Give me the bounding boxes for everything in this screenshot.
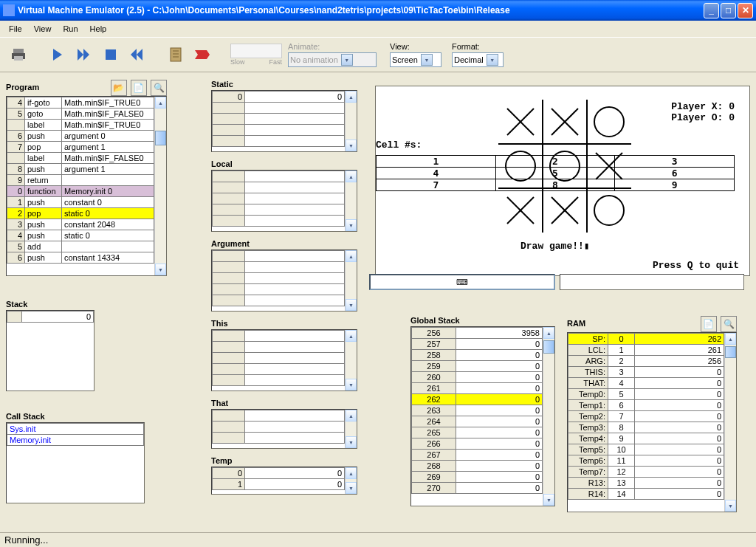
print-icon[interactable] bbox=[9, 44, 30, 65]
cell-legend: Cell #s: 123456789 bbox=[376, 140, 735, 191]
fast-forward-icon[interactable] bbox=[74, 44, 94, 65]
ram-scrollbar[interactable]: ▲▼ bbox=[724, 333, 736, 512]
program-table[interactable]: 4if-gotoMath.min$IF_TRUE05gotoMath.min$I… bbox=[7, 97, 154, 264]
screen-output: Player X: 0 Player O: 0 Cell #s: 1234567… bbox=[375, 86, 750, 276]
svg-rect-9 bbox=[171, 48, 181, 61]
keyboard-icon: ⌨ bbox=[456, 278, 468, 287]
quit-msg: Press Q to quit bbox=[653, 260, 739, 271]
ram-panel: RAM 📄 🔍 SP:0262LCL:1261ARG:2256THIS:30TH… bbox=[567, 316, 737, 512]
svg-rect-6 bbox=[106, 49, 116, 60]
svg-marker-7 bbox=[131, 49, 137, 61]
chevron-down-icon: ▼ bbox=[487, 54, 498, 66]
stack-panel: Stack 0 bbox=[6, 300, 94, 391]
player-x-score: Player X: 0 bbox=[671, 101, 735, 112]
stack-title: Stack bbox=[6, 300, 94, 309]
score-text: Player X: 0 Player O: 0 bbox=[671, 101, 735, 123]
callstack-title: Call Stack bbox=[6, 412, 145, 421]
toolbar: SlowFast Animate: No animation▼ View: Sc… bbox=[0, 37, 756, 72]
breakpoint-icon[interactable] bbox=[192, 44, 213, 65]
view-combo[interactable]: Screen▼ bbox=[390, 52, 441, 67]
fast-label: Fast bbox=[269, 58, 282, 66]
callstack-panel: Call Stack Sys.initMemory.init bbox=[6, 412, 145, 503]
keyboard-display bbox=[560, 274, 744, 290]
status-bar: Running... bbox=[0, 532, 756, 547]
ram-new-icon[interactable]: 📄 bbox=[701, 316, 717, 332]
globalstack-table[interactable]: 2563958257025802590260026102620263026402… bbox=[411, 327, 543, 494]
app-icon bbox=[3, 4, 15, 16]
svg-marker-8 bbox=[137, 49, 142, 61]
maximize-button[interactable]: □ bbox=[721, 3, 736, 18]
svg-marker-3 bbox=[53, 49, 62, 61]
svg-point-22 bbox=[594, 107, 624, 137]
minimize-button[interactable]: _ bbox=[704, 3, 719, 18]
program-table-wrap: 4if-gotoMath.min$IF_TRUE05gotoMath.min$I… bbox=[6, 96, 167, 276]
menu-file[interactable]: File bbox=[3, 23, 28, 35]
window-buttons: _ □ ✕ bbox=[704, 3, 753, 18]
menubar: File View Run Help bbox=[0, 21, 756, 37]
game-msg: Draw game!!▮ bbox=[520, 240, 590, 252]
titlebar: Virtual Machine Emulator (2.5) - C:\John… bbox=[0, 0, 756, 21]
segments-column: Static00▲▼Local▲▼Argument▲▼This▲▼That▲▼T… bbox=[211, 80, 357, 502]
open-folder-icon[interactable]: 📂 bbox=[111, 80, 127, 96]
stack-table[interactable]: 0 bbox=[7, 311, 94, 323]
step-icon[interactable] bbox=[47, 44, 68, 65]
callstack-table[interactable]: Sys.initMemory.init bbox=[7, 423, 144, 446]
svg-point-31 bbox=[594, 196, 624, 225]
program-scrollbar[interactable]: ▲▼ bbox=[154, 97, 166, 275]
globalstack-title: Global Stack bbox=[410, 316, 555, 325]
slow-label: Slow bbox=[230, 58, 245, 66]
animate-combo[interactable]: No animation▼ bbox=[288, 52, 377, 67]
rewind-icon[interactable] bbox=[127, 44, 148, 65]
speed-slider[interactable] bbox=[230, 44, 282, 58]
format-combo[interactable]: Decimal▼ bbox=[452, 52, 504, 67]
player-o-score: Player O: 0 bbox=[671, 112, 735, 123]
animate-label: Animate: bbox=[288, 42, 377, 51]
menu-help[interactable]: Help bbox=[84, 23, 113, 35]
ram-search-icon[interactable]: 🔍 bbox=[721, 316, 737, 332]
ram-table[interactable]: SP:0262LCL:1261ARG:2256THIS:30THAT:40Tem… bbox=[568, 333, 724, 500]
keyboard-input-box[interactable]: ⌨ bbox=[369, 274, 555, 290]
svg-marker-4 bbox=[78, 49, 83, 61]
chevron-down-icon: ▼ bbox=[421, 54, 433, 66]
content: Program 📂 📄 🔍 4if-gotoMath.min$IF_TRUE05… bbox=[0, 72, 756, 545]
ram-title: RAM bbox=[567, 319, 585, 328]
chevron-down-icon: ▼ bbox=[341, 54, 353, 66]
script-icon[interactable] bbox=[165, 44, 186, 65]
new-file-icon[interactable]: 📄 bbox=[131, 80, 147, 96]
menu-view[interactable]: View bbox=[28, 23, 58, 35]
format-label: Format: bbox=[452, 42, 504, 51]
svg-marker-13 bbox=[195, 50, 210, 59]
svg-rect-0 bbox=[13, 49, 24, 53]
keyboard-area: ⌨ bbox=[369, 273, 744, 291]
view-label: View: bbox=[390, 42, 441, 51]
menu-run[interactable]: Run bbox=[57, 23, 83, 35]
close-button[interactable]: ✕ bbox=[738, 3, 753, 18]
program-panel: Program 📂 📄 🔍 4if-gotoMath.min$IF_TRUE05… bbox=[6, 80, 167, 276]
titlebar-text: Virtual Machine Emulator (2.5) - C:\John… bbox=[18, 5, 704, 16]
globalstack-scrollbar[interactable]: ▲▼ bbox=[543, 327, 554, 506]
program-title: Program bbox=[6, 83, 39, 92]
binoculars-icon[interactable]: 🔍 bbox=[151, 80, 167, 96]
svg-marker-5 bbox=[83, 49, 89, 61]
svg-rect-2 bbox=[14, 56, 23, 61]
speed-slider-group: SlowFast bbox=[230, 44, 282, 66]
globalstack-panel: Global Stack 256395825702580259026002610… bbox=[410, 316, 555, 506]
cells-label: Cell #s: bbox=[376, 140, 735, 151]
stop-icon[interactable] bbox=[100, 44, 121, 65]
